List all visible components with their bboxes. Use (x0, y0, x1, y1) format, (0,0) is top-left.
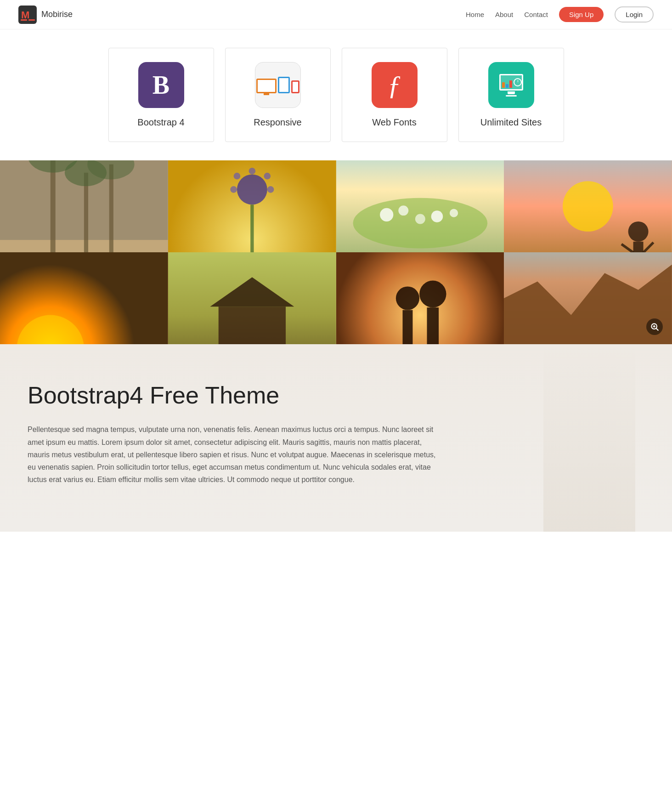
navbar: M Mobirise Home About Contact Sign Up Lo… (0, 0, 672, 29)
brand-logo-link[interactable]: M Mobirise (18, 6, 73, 24)
svg-point-43 (419, 281, 446, 308)
palms-svg (0, 160, 168, 252)
sunset-person-svg (504, 160, 672, 252)
content-section: Bootstrap4 Free Theme Pellentesque sed m… (0, 344, 672, 532)
nav-links: Home About Contact Sign Up Login (466, 6, 654, 23)
page-bottom (0, 532, 672, 559)
feature-card-bootstrap: B Bootstrap 4 (108, 48, 214, 142)
svg-line-48 (656, 328, 658, 330)
zoom-overlay[interactable] (646, 318, 663, 335)
flower-svg (168, 160, 336, 252)
svg-rect-2 (21, 19, 27, 21)
svg-point-14 (237, 175, 267, 205)
photo-meadow (336, 160, 504, 252)
svg-point-25 (431, 210, 443, 222)
feature-card-webfonts: ƒ Web Fonts (342, 48, 447, 142)
bootstrap-b-icon: B (152, 70, 169, 100)
svg-point-30 (628, 221, 649, 242)
svg-rect-12 (0, 160, 168, 252)
feature-card-unlimited: Unlimited Sites (458, 48, 564, 142)
svg-rect-42 (402, 310, 412, 344)
svg-point-17 (233, 173, 240, 180)
svg-point-19 (230, 186, 237, 193)
svg-point-29 (563, 181, 613, 232)
phone-device-icon (291, 80, 299, 93)
svg-point-23 (380, 208, 393, 221)
login-button[interactable]: Login (615, 6, 654, 23)
svg-point-24 (398, 205, 408, 216)
unlimited-icon-container (488, 62, 534, 108)
monitor-stand (508, 91, 515, 94)
svg-rect-20 (250, 204, 254, 252)
svg-point-27 (415, 214, 425, 224)
webfonts-label: Web Fonts (372, 117, 416, 128)
tablet-device-icon (278, 77, 290, 93)
nav-contact[interactable]: Contact (524, 11, 548, 18)
photo-sunset-person (504, 160, 672, 252)
bootstrap-label: Bootstrap 4 (137, 117, 184, 128)
unlimited-label: Unlimited Sites (480, 117, 542, 128)
bar-3 (509, 80, 512, 88)
desktop-device-icon (256, 79, 277, 93)
monitor-base (506, 95, 517, 97)
responsive-label: Responsive (254, 117, 302, 128)
mobirise-logo: M (18, 6, 37, 24)
signup-button[interactable]: Sign Up (559, 7, 604, 22)
svg-point-18 (267, 186, 274, 193)
svg-point-41 (395, 286, 419, 310)
svg-point-16 (264, 173, 271, 180)
bar-1 (502, 82, 505, 88)
nav-about[interactable]: About (495, 11, 513, 18)
brand-name: Mobirise (41, 10, 73, 19)
clock-icon (514, 78, 522, 86)
svg-rect-38 (218, 307, 285, 344)
svg-point-15 (248, 168, 255, 175)
content-body: Pellentesque sed magna tempus, vulputate… (28, 423, 441, 486)
svg-rect-44 (427, 307, 439, 344)
webfonts-icon-container: ƒ (372, 62, 418, 108)
svg-rect-3 (28, 19, 35, 21)
monitor-icon (499, 74, 523, 97)
sunburst-svg (0, 252, 168, 344)
meadow-svg (336, 160, 504, 252)
svg-rect-31 (633, 242, 644, 252)
photo-palms (0, 160, 168, 252)
webfonts-f-icon: ƒ (388, 69, 401, 101)
photo-grid (0, 160, 672, 344)
svg-point-26 (449, 209, 457, 217)
nav-home[interactable]: Home (466, 11, 484, 18)
bar-chart-icon (501, 75, 514, 89)
bar-2 (506, 84, 508, 88)
photo-rocks (504, 252, 672, 344)
barn-svg (168, 252, 336, 344)
zoom-icon (650, 322, 659, 331)
photo-sunburst (0, 252, 168, 344)
photo-barn (168, 252, 336, 344)
content-title: Bootstrap4 Free Theme (28, 381, 644, 409)
devices-icon (256, 77, 299, 93)
features-section: B Bootstrap 4 Responsive ƒ Web Fonts (0, 29, 672, 160)
svg-text:M: M (21, 9, 29, 21)
photo-couple (336, 252, 504, 344)
responsive-icon-container (255, 62, 301, 108)
couple-svg (336, 252, 504, 344)
monitor-screen (499, 74, 523, 91)
bootstrap-icon-container: B (138, 62, 184, 108)
feature-card-responsive: Responsive (225, 48, 331, 142)
photo-flower (168, 160, 336, 252)
